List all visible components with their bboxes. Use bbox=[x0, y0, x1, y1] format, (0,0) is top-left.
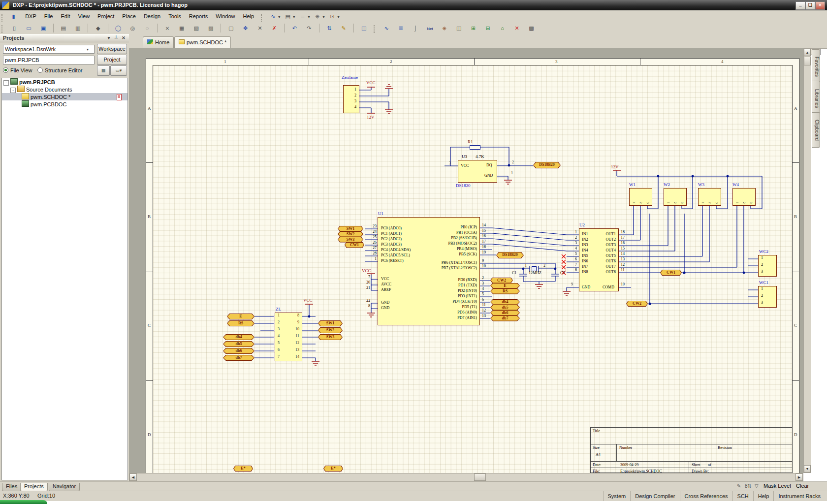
clear-button[interactable]: Clear bbox=[796, 483, 809, 489]
wiring-tool-icon[interactable]: ∿ bbox=[381, 23, 392, 33]
w-box[interactable]: 1 2 3 bbox=[629, 188, 652, 206]
status-panel-button[interactable]: Instrument Racks bbox=[773, 491, 825, 501]
horizontal-scroll-thumb[interactable] bbox=[474, 473, 486, 481]
tree-row-folder[interactable]: -Source Documents bbox=[2, 86, 127, 93]
workspace-button[interactable]: Workspace bbox=[97, 44, 127, 54]
port-db4[interactable]: db4 bbox=[223, 334, 254, 340]
workspace-combo[interactable]: Workspace1.DsnWrk bbox=[3, 45, 95, 54]
print-preview-icon[interactable]: ▥ bbox=[72, 23, 84, 33]
grid-dropdown-icon[interactable]: ⊡ bbox=[327, 11, 338, 21]
sheet-entry-icon[interactable]: ⊟ bbox=[482, 23, 494, 33]
tab-pwm-schdoc[interactable]: pwm.SCHDOC * bbox=[174, 36, 231, 48]
menu-item[interactable]: Design bbox=[140, 11, 164, 21]
port-ds18b20-1[interactable]: DS18B20 bbox=[533, 162, 561, 168]
w-connector[interactable]: W3 1 2 3 bbox=[698, 182, 732, 206]
sheet-symbol-icon[interactable]: ⊞ bbox=[468, 23, 479, 33]
toolbar-grip2[interactable] bbox=[261, 14, 264, 22]
tree-row-schdoc[interactable]: pwm.SCHDOC * bbox=[2, 93, 127, 100]
w-connector[interactable]: W4 1 2 3 bbox=[732, 182, 767, 206]
bus-tool-icon[interactable]: ≣ bbox=[395, 23, 407, 33]
status-panel-button[interactable]: Cross References bbox=[680, 491, 732, 501]
w-box[interactable]: 1 2 3 bbox=[698, 188, 721, 206]
collapse-icon-project[interactable]: - bbox=[3, 80, 9, 86]
cross-probe-icon[interactable]: ⇅ bbox=[323, 23, 335, 33]
net-port[interactable]: db7 bbox=[490, 315, 520, 321]
open-document-icon[interactable]: ▭ bbox=[23, 23, 34, 33]
power-caret-icon[interactable]: ▾ bbox=[322, 15, 324, 19]
port-db5[interactable]: db5 bbox=[223, 341, 254, 347]
menu-item[interactable]: Help bbox=[239, 11, 258, 21]
print-icon[interactable]: ▤ bbox=[58, 23, 69, 33]
zoom-selection-icon[interactable]: ◌ bbox=[141, 23, 153, 33]
scroll-up-icon[interactable]: ▲ bbox=[804, 49, 811, 56]
port-sw1[interactable]: SW1 bbox=[318, 320, 343, 326]
start-button-fragment[interactable] bbox=[0, 500, 47, 504]
scroll-down-icon[interactable]: ▼ bbox=[804, 465, 811, 472]
scroll-left-icon[interactable]: ◀ bbox=[129, 473, 137, 481]
port-cw1[interactable]: CW1 bbox=[660, 270, 682, 276]
collapse-icon-folder[interactable]: - bbox=[10, 88, 16, 93]
paste-icon[interactable]: ▧ bbox=[191, 23, 202, 33]
cut-icon[interactable]: ⨯ bbox=[161, 23, 173, 33]
w-box[interactable]: 1 2 3 bbox=[732, 188, 756, 206]
status-panel-button[interactable]: Design Compiler bbox=[630, 491, 679, 501]
port-sw3[interactable]: SW3 bbox=[318, 334, 343, 340]
zoom-in-icon[interactable]: ◯ bbox=[113, 23, 124, 33]
net-label-icon[interactable]: Net bbox=[424, 24, 436, 34]
workspace-combo-caret[interactable]: ▾ bbox=[87, 47, 89, 52]
minimize-button[interactable]: _ bbox=[795, 1, 805, 10]
schematic-editor[interactable]: 1 2 3 4 A B C D A B C D Zasilanie 1234 V… bbox=[129, 48, 803, 473]
mask-pencil-icon[interactable]: ✎ bbox=[737, 483, 741, 489]
power-port-icon[interactable]: ⎈ bbox=[439, 23, 450, 33]
horizontal-scrollbar[interactable]: ◀ ▶ bbox=[129, 473, 803, 481]
file-view-radio[interactable]: File View bbox=[3, 67, 32, 73]
tab-home[interactable]: Home bbox=[143, 36, 174, 48]
tab-clipboard[interactable]: Clipboard bbox=[812, 112, 820, 148]
tree-row-pcbdoc[interactable]: pwm.PCBDOC bbox=[2, 100, 127, 108]
dxp-menu-icon[interactable]: ▮ bbox=[8, 11, 19, 21]
wiring-caret-icon[interactable]: ▾ bbox=[278, 15, 280, 19]
w-connector[interactable]: W2 1 2 3 bbox=[664, 182, 698, 206]
menu-item[interactable]: DXP bbox=[21, 11, 40, 21]
scroll-right-icon[interactable]: ▶ bbox=[795, 473, 803, 481]
vertical-scrollbar[interactable]: ▲ ▼ bbox=[803, 48, 811, 473]
new-document-icon[interactable]: ▯ bbox=[8, 23, 20, 33]
projects-panel-header[interactable]: Projects ▾ ┴ ✕ bbox=[0, 34, 129, 42]
no-erc-icon[interactable]: ✕ bbox=[511, 23, 523, 33]
tab-files[interactable]: Files bbox=[2, 483, 21, 491]
move-selection-icon[interactable]: ✥ bbox=[240, 23, 251, 33]
port-sw2[interactable]: SW2 bbox=[318, 327, 343, 333]
w-connector[interactable]: W1 1 2 3 bbox=[629, 182, 664, 206]
tab-libraries[interactable]: Libraries bbox=[812, 81, 820, 116]
open-project-button[interactable]: ▭▾ bbox=[110, 65, 127, 76]
port-estar-2[interactable]: E* bbox=[323, 466, 343, 472]
undo-icon[interactable]: ↶ bbox=[289, 23, 300, 33]
menu-item[interactable]: Place bbox=[118, 11, 140, 21]
compile-mask-icon[interactable]: ▩ bbox=[526, 23, 537, 33]
place-part-icon[interactable]: ◫ bbox=[453, 23, 465, 33]
port-e[interactable]: E bbox=[227, 314, 254, 319]
structure-editor-radio[interactable]: Structure Editor bbox=[37, 67, 82, 73]
clear-filter-icon[interactable]: ✗ bbox=[269, 23, 280, 33]
port-db6[interactable]: db6 bbox=[223, 348, 254, 354]
tab-favorites[interactable]: Favorites bbox=[812, 49, 820, 85]
toolbar-grip[interactable] bbox=[1, 14, 5, 22]
r1-resistor[interactable] bbox=[470, 145, 480, 150]
mask-level-button[interactable]: Mask Level bbox=[763, 483, 791, 489]
alignment-caret-icon[interactable]: ▾ bbox=[308, 15, 310, 19]
sheets-view-button[interactable]: ▩ bbox=[97, 65, 110, 76]
copy-icon[interactable]: ▦ bbox=[176, 23, 188, 33]
tree-row-project[interactable]: -pwm.PRJPCB bbox=[2, 78, 127, 86]
port-rs[interactable]: RS bbox=[227, 320, 254, 326]
menu-item[interactable]: Project bbox=[94, 11, 118, 21]
menu-item[interactable]: Window bbox=[212, 11, 239, 21]
menu-item[interactable]: Edit bbox=[57, 11, 74, 21]
paste-array-icon[interactable]: ▨ bbox=[205, 23, 217, 33]
annotate-icon[interactable]: ✎ bbox=[338, 23, 350, 33]
redo-icon[interactable]: ↷ bbox=[303, 23, 315, 33]
port-estar-1[interactable]: E* bbox=[233, 466, 253, 472]
panel-pin-icon[interactable]: ┴ bbox=[113, 35, 120, 41]
net-port[interactable]: RS bbox=[490, 288, 520, 294]
utilities-caret-icon[interactable]: ▾ bbox=[293, 15, 295, 19]
power-dropdown-icon[interactable]: ⎈ bbox=[312, 11, 323, 21]
